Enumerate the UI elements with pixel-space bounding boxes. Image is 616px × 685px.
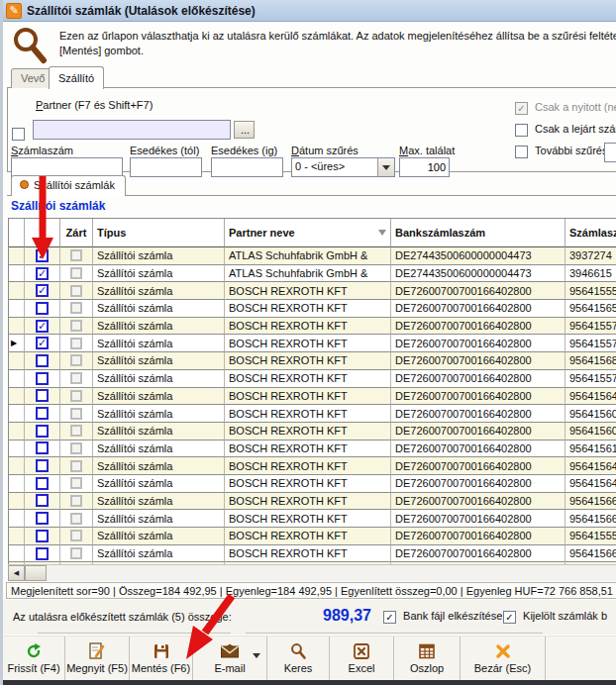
info-strip: Ezen az űrlapon választhatja ki az utalá…	[3, 22, 616, 65]
row-select-cell[interactable]: ✓	[25, 335, 60, 352]
row-select-cell[interactable]	[25, 475, 60, 493]
table-row[interactable]: ✓Szállítói számlaATLAS Schuhfabrik GmbH …	[9, 247, 616, 265]
row-select-cell[interactable]	[25, 352, 60, 370]
row-select-checkbox[interactable]: ✓	[36, 320, 49, 333]
selected-invoices-check[interactable]: ✓ Kijelölt számlák b	[503, 610, 607, 624]
max-talalat-input[interactable]	[399, 157, 450, 177]
only-expired-checkbox[interactable]	[515, 124, 528, 137]
row-type: Szállítói számla	[93, 388, 225, 406]
row-select-cell[interactable]	[25, 493, 60, 511]
table-row[interactable]: ✓Szállítói számlaBOSCH REXROTH KFTDE7260…	[9, 282, 616, 300]
datum-dropdown-button[interactable]	[377, 158, 394, 176]
table-row[interactable]: ✓Szállítói számlaBOSCH REXROTH KFTDE7260…	[9, 318, 616, 336]
row-select-checkbox[interactable]: ✓	[36, 267, 49, 280]
row-select-checkbox[interactable]	[36, 425, 49, 438]
only-expired-check[interactable]: Csak a lejárt szám	[515, 123, 616, 137]
row-select-cell[interactable]	[25, 300, 60, 318]
row-select-checkbox[interactable]: ✓	[36, 249, 49, 262]
row-select-cell[interactable]	[25, 405, 60, 423]
header-zart[interactable]: Zárt	[60, 219, 93, 247]
table-row[interactable]: ✓Szállítói számlaATLAS Schuhfabrik GmbH …	[9, 265, 616, 283]
row-select-cell[interactable]	[25, 510, 60, 528]
esedekes-tol-input[interactable]	[130, 157, 202, 177]
table-row[interactable]: Szállítói számlaBOSCH REXROTH KFTDE72600…	[9, 528, 616, 545]
refresh-button[interactable]: Frissít (F4)	[3, 636, 65, 680]
header-bank[interactable]: Bankszámlaszám	[391, 219, 565, 247]
more-filter-input[interactable]	[604, 143, 616, 162]
save-button[interactable]: Mentés (F6)	[130, 636, 193, 680]
row-select-cell[interactable]	[25, 423, 60, 440]
email-button[interactable]: E-mail	[193, 636, 267, 680]
row-select-checkbox[interactable]: ✓	[36, 284, 49, 297]
more-filter-check[interactable]: További szűrés	[515, 145, 607, 158]
selected-invoices-checkbox[interactable]: ✓	[503, 611, 516, 624]
only-open-checkbox[interactable]: ✓	[515, 102, 528, 115]
row-select-cell[interactable]	[25, 545, 60, 563]
scrollbar-thumb[interactable]	[25, 565, 47, 581]
row-select-cell[interactable]: ✓	[25, 265, 60, 283]
columns-button[interactable]: Oszlop	[394, 636, 461, 680]
row-select-checkbox[interactable]	[36, 389, 49, 402]
table-row[interactable]: Szállítói számlaBOSCH REXROTH KFTDE72600…	[9, 423, 616, 440]
tab-szallitoi-szamlak[interactable]: Szállítói számlák	[11, 175, 126, 196]
row-select-checkbox[interactable]	[36, 372, 49, 385]
row-select-checkbox[interactable]	[36, 494, 49, 507]
bank-file-checkbox[interactable]: ✓	[383, 611, 396, 624]
only-open-check[interactable]: ✓ Csak a nyitott (ne	[515, 101, 616, 115]
datum-szures-select[interactable]: 0 - <üres>	[291, 157, 395, 177]
table-row[interactable]: Szállítói számlaBOSCH REXROTH KFTDE72600…	[9, 457, 616, 475]
table-row[interactable]: Szállítói számlaBOSCH REXROTH KFTDE72600…	[9, 352, 616, 370]
header-tipus[interactable]: Típus	[93, 219, 225, 247]
table-row[interactable]: Szállítói számlaBOSCH REXROTH KFTDE72600…	[9, 440, 616, 458]
close-button[interactable]: Bezár (Esc)	[461, 636, 546, 680]
row-select-checkbox[interactable]	[36, 477, 49, 490]
bank-file-check[interactable]: ✓ Bank fájl elkészítése	[383, 610, 502, 624]
row-select-checkbox[interactable]	[36, 459, 49, 472]
excel-button[interactable]: Excel	[330, 636, 394, 680]
table-row[interactable]: Szállítói számlaBOSCH REXROTH KFTDE72600…	[9, 545, 616, 563]
zart-checkbox	[70, 390, 82, 402]
partner-browse-button[interactable]: ...	[234, 121, 255, 139]
partner-filter-checkbox[interactable]	[12, 128, 25, 141]
header-select[interactable]	[25, 219, 60, 247]
row-select-checkbox[interactable]	[36, 547, 49, 560]
header-partner[interactable]: Partner neve	[225, 219, 391, 247]
row-select-checkbox[interactable]	[36, 530, 49, 542]
email-dropdown-caret-icon[interactable]	[253, 653, 260, 658]
row-select-cell[interactable]	[25, 440, 60, 458]
row-select-cell[interactable]	[25, 370, 60, 388]
header-szamla[interactable]: Számlaszám	[565, 219, 616, 247]
row-select-cell[interactable]: ✓	[25, 318, 60, 336]
table-row[interactable]: ▶✓Szállítói számlaBOSCH REXROTH KFTDE726…	[9, 335, 616, 352]
row-bank-account: DE72600700700166402800	[391, 510, 565, 528]
row-select-checkbox[interactable]: ✓	[36, 337, 49, 349]
table-row[interactable]: Szállítói számlaBOSCH REXROTH KFTDE72600…	[9, 388, 616, 406]
tab-szallito[interactable]: Szállító	[49, 66, 104, 89]
table-row[interactable]: Szállítói számlaBOSCH REXROTH KFTDE72600…	[9, 300, 616, 318]
row-select-checkbox[interactable]	[36, 441, 49, 454]
row-select-cell[interactable]: ✓	[25, 247, 60, 265]
table-row[interactable]: Szállítói számlaBOSCH REXROTH KFTDE72600…	[9, 510, 616, 528]
row-select-checkbox[interactable]	[36, 512, 49, 525]
row-partner: ATLAS Schuhfabrik GmbH &	[225, 247, 391, 265]
scroll-left-button[interactable]: ◀	[8, 565, 25, 581]
row-select-checkbox[interactable]	[36, 302, 49, 315]
row-select-cell[interactable]: ✓	[25, 282, 60, 300]
szamlaszam-input[interactable]	[11, 157, 123, 177]
table-row[interactable]: Szállítói számlaBOSCH REXROTH KFTDE72600…	[9, 475, 616, 493]
horizontal-scrollbar[interactable]: ◀	[8, 564, 616, 581]
open-button[interactable]: Megnyit (F5)	[65, 636, 130, 680]
table-row[interactable]: Szállítói számlaBOSCH REXROTH KFTDE72600…	[9, 493, 616, 511]
table-row[interactable]: Szállítói számlaBOSCH REXROTH KFTDE72600…	[9, 405, 616, 423]
row-select-cell[interactable]	[25, 528, 60, 545]
partner-input[interactable]	[33, 120, 231, 140]
more-filter-checkbox[interactable]	[515, 146, 528, 158]
esedekes-ig-input[interactable]	[211, 157, 283, 177]
row-select-checkbox[interactable]	[36, 407, 49, 420]
table-row[interactable]: Szállítói számlaBOSCH REXROTH KFTDE72600…	[9, 370, 616, 388]
row-select-checkbox[interactable]	[36, 354, 49, 367]
row-select-cell[interactable]	[25, 388, 60, 406]
row-select-cell[interactable]	[25, 457, 60, 475]
search-button[interactable]: Keres	[267, 636, 330, 680]
close-label: Bezár (Esc)	[474, 662, 531, 674]
